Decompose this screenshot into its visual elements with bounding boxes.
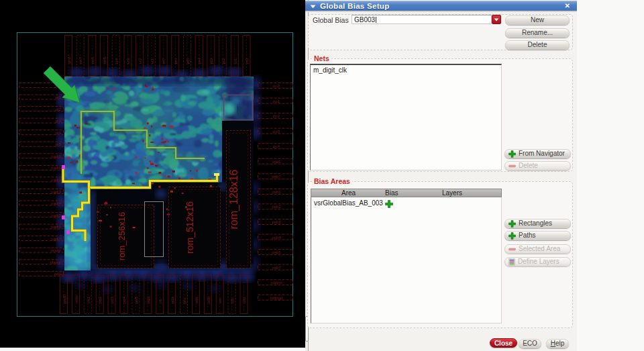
svg-text:pd4: pd4 [122,296,126,303]
svg-text:pi1: pi1 [56,95,62,99]
svg-text:ndfpgd: ndfpgd [270,296,282,300]
svg-text:clamp: clamp [50,260,62,264]
svg-text:ldb: ldb [230,297,234,303]
svg-text:adm: adm [74,295,78,303]
svg-text:pda: pda [170,296,174,303]
svg-text:psb5: psb5 [272,250,281,254]
svg-text:padi2: padi2 [51,178,61,182]
svg-text:pd0: pd0 [54,272,62,276]
svg-text:pd5: pd5 [134,296,138,303]
svg-text:pt4: pt4 [197,58,201,64]
svg-text:padi3: padi3 [51,190,61,194]
svg-text:padi4: padi4 [51,201,61,205]
svg-text:po0: po0 [273,84,280,88]
svg-text:padi0: padi0 [51,154,61,158]
svg-text:rom_128x16: rom_128x16 [228,169,240,229]
svg-text:padi6: padi6 [51,225,61,229]
svg-text:po7: po7 [78,56,83,64]
svg-text:pdb: pdb [207,296,211,303]
svg-text:psb3: psb3 [272,220,281,224]
svg-text:iofp: iofp [242,297,246,303]
svg-text:pd2: pd2 [98,296,102,303]
svg-text:po2: po2 [273,114,280,118]
svg-text:rom_256x16: rom_256x16 [117,212,127,260]
svg-text:rom_512x16: rom_512x16 [184,201,195,254]
svg-text:vssap: vssap [50,248,61,252]
svg-text:padi7: padi7 [51,237,61,241]
svg-text:pi5: pi5 [56,142,62,146]
svg-text:sdb: sdb [195,297,199,303]
svg-text:pt0: pt0 [245,58,249,64]
svg-text:am: am [218,298,222,303]
svg-text:psb7: psb7 [272,174,281,179]
svg-text:po5: po5 [103,56,107,64]
svg-text:io2: io2 [138,58,142,64]
svg-text:pi4: pi4 [56,131,62,135]
svg-text:pb1: pb1 [87,296,91,303]
svg-text:padi5: padi5 [51,213,61,217]
svg-text:po3: po3 [273,130,280,134]
svg-text:io1: io1 [150,58,154,64]
svg-text:pt7: pt7 [162,58,166,64]
svg-text:pt2: pt2 [221,58,225,64]
svg-text:pi3: pi3 [56,119,62,123]
svg-text:pad0: pad0 [62,294,66,303]
svg-text:vdd1: vdd1 [272,160,281,164]
svg-text:po6: po6 [91,56,95,64]
svg-text:psb2: psb2 [272,205,281,209]
svg-text:pb: pb [158,299,162,303]
svg-text:io3: io3 [126,58,130,64]
svg-text:pla: pla [182,297,186,303]
svg-text:io4: io4 [115,58,119,64]
svg-text:pt5: pt5 [186,58,190,64]
svg-text:gnd: gnd [67,57,71,64]
svg-text:psb7: psb7 [272,266,281,270]
svg-text:pt3: pt3 [209,58,213,64]
svg-text:pt6: pt6 [174,58,178,64]
svg-text:padi1: padi1 [51,166,61,170]
svg-text:pgd: pgd [146,297,150,303]
svg-text:vddpst: vddpst [270,281,282,285]
svg-text:pi2: pi2 [56,107,62,111]
svg-text:pt1: pt1 [233,58,237,64]
svg-text:pd3: pd3 [110,296,114,303]
svg-text:po4: po4 [273,144,280,148]
svg-text:po1: po1 [273,99,280,103]
svg-text:psb1: psb1 [272,190,281,194]
svg-text:psb4: psb4 [272,236,281,240]
